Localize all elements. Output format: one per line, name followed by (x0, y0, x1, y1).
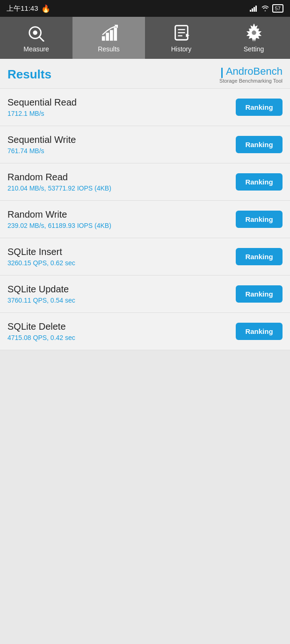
benchmark-info: SQLite Update 3760.11 QPS, 0.54 sec (7, 284, 75, 304)
status-bar: 上午11:43 🔥 57 (0, 0, 290, 17)
results-header: Results AndroBench Storage Benchmarking … (0, 59, 290, 89)
benchmark-value: 3260.15 QPS, 0.62 sec (7, 259, 75, 267)
benchmark-row: SQLite Delete 4715.08 QPS, 0.42 sec Rank… (0, 313, 290, 350)
benchmark-value: 4715.08 QPS, 0.42 sec (7, 334, 75, 341)
ranking-button[interactable]: Ranking (236, 285, 283, 303)
benchmark-info: Random Read 210.04 MB/s, 53771.92 IOPS (… (7, 172, 111, 192)
benchmark-info: Random Write 239.02 MB/s, 61189.93 IOPS … (7, 209, 111, 229)
benchmark-info: Sequential Read 1712.1 MB/s (7, 97, 77, 117)
benchmark-value: 3760.11 QPS, 0.54 sec (7, 297, 75, 304)
bottom-area (0, 350, 290, 537)
signal-icon (250, 5, 258, 12)
svg-rect-1 (252, 8, 253, 12)
nav-tabs: Measure Results History (0, 17, 290, 59)
tab-results-label: Results (98, 45, 120, 53)
benchmark-name: Sequential Write (7, 134, 76, 145)
svg-rect-3 (255, 6, 257, 12)
benchmark-name: SQLite Insert (7, 247, 75, 257)
brand-bar (221, 68, 223, 78)
svg-point-6 (33, 30, 37, 35)
brand-name: AndroBench (226, 65, 283, 77)
benchmark-row: Sequential Write 761.74 MB/s Ranking (0, 126, 290, 163)
svg-rect-10 (114, 28, 117, 41)
benchmark-row: SQLite Insert 3260.15 QPS, 0.62 sec Rank… (0, 238, 290, 276)
setting-icon (244, 23, 264, 42)
benchmark-row: Random Write 239.02 MB/s, 61189.93 IOPS … (0, 201, 290, 238)
ranking-button[interactable]: Ranking (236, 99, 283, 116)
brand-bench: Bench (254, 65, 283, 77)
benchmark-value: 210.04 MB/s, 53771.92 IOPS (4KB) (7, 184, 111, 192)
page-title: Results (7, 67, 51, 82)
ranking-button[interactable]: Ranking (236, 136, 283, 153)
brand-logo: AndroBench Storage Benchmarking Tool (219, 65, 283, 84)
ranking-button[interactable]: Ranking (236, 211, 283, 228)
benchmark-list: Sequential Read 1712.1 MB/s Ranking Sequ… (0, 89, 290, 350)
tab-measure-label: Measure (23, 45, 49, 53)
brand-subtitle: Storage Benchmarking Tool (219, 78, 283, 84)
status-time: 上午11:43 (7, 4, 38, 13)
ranking-button[interactable]: Ranking (236, 248, 283, 265)
benchmark-value: 1712.1 MB/s (7, 110, 77, 117)
tab-setting[interactable]: Setting (218, 17, 290, 59)
benchmark-info: Sequential Write 761.74 MB/s (7, 134, 76, 155)
tab-results[interactable]: Results (72, 17, 145, 59)
svg-rect-2 (254, 7, 255, 12)
ranking-button[interactable]: Ranking (236, 173, 283, 191)
benchmark-row: SQLite Update 3760.11 QPS, 0.54 sec Rank… (0, 276, 290, 313)
measure-icon (27, 23, 46, 42)
benchmark-info: SQLite Insert 3260.15 QPS, 0.62 sec (7, 247, 75, 267)
benchmark-row: Random Read 210.04 MB/s, 53771.92 IOPS (… (0, 163, 290, 201)
benchmark-row: Sequential Read 1712.1 MB/s Ranking (0, 89, 290, 126)
tab-setting-label: Setting (244, 45, 264, 53)
benchmark-name: Random Write (7, 209, 111, 220)
flame-icon: 🔥 (41, 4, 51, 13)
ranking-button[interactable]: Ranking (236, 323, 283, 340)
tab-history[interactable]: History (145, 17, 218, 59)
benchmark-name: Sequential Read (7, 97, 77, 108)
svg-rect-7 (102, 36, 105, 41)
wifi-icon (261, 5, 269, 12)
battery-icon: 57 (272, 4, 283, 13)
svg-rect-8 (106, 33, 109, 41)
benchmark-name: SQLite Update (7, 284, 75, 295)
tab-history-label: History (171, 45, 192, 53)
svg-point-18 (252, 30, 256, 35)
benchmark-info: SQLite Delete 4715.08 QPS, 0.42 sec (7, 321, 75, 341)
benchmark-value: 239.02 MB/s, 61189.93 IOPS (4KB) (7, 222, 111, 229)
svg-rect-9 (109, 30, 113, 41)
svg-rect-0 (250, 10, 251, 12)
results-icon (99, 23, 119, 42)
svg-line-5 (39, 37, 44, 42)
status-icons: 57 (250, 4, 283, 13)
benchmark-name: SQLite Delete (7, 321, 75, 332)
history-icon (172, 23, 191, 42)
benchmark-name: Random Read (7, 172, 111, 183)
brand-andro: Andro (226, 65, 254, 77)
benchmark-value: 761.74 MB/s (7, 147, 76, 155)
tab-measure[interactable]: Measure (0, 17, 72, 59)
